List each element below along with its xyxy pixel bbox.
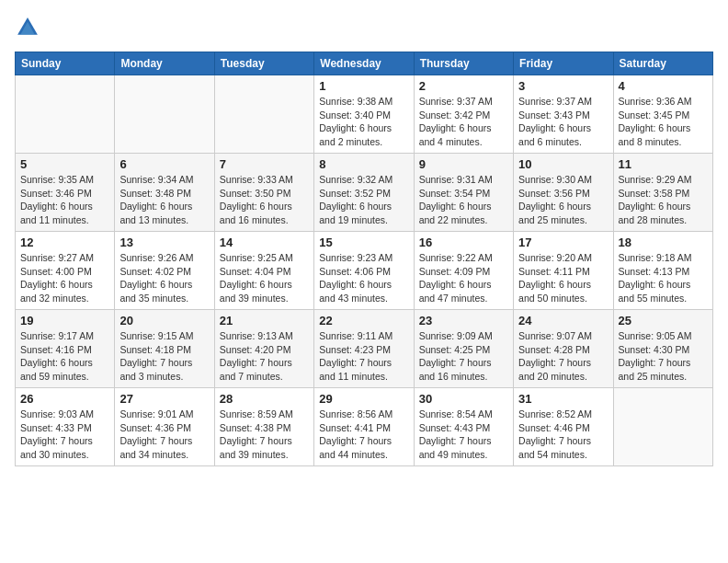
day-info: Sunrise: 9:03 AM Sunset: 4:33 PM Dayligh… (20, 408, 109, 462)
day-number: 5 (20, 157, 109, 171)
weekday-header-wednesday: Wednesday (314, 52, 414, 75)
day-cell: 16Sunrise: 9:22 AM Sunset: 4:09 PM Dayli… (414, 232, 513, 310)
day-number: 31 (518, 392, 608, 406)
day-cell: 15Sunrise: 9:23 AM Sunset: 4:06 PM Dayli… (314, 232, 414, 310)
day-info: Sunrise: 8:56 AM Sunset: 4:41 PM Dayligh… (319, 408, 408, 462)
day-number: 16 (419, 236, 508, 249)
day-info: Sunrise: 8:54 AM Sunset: 4:43 PM Dayligh… (419, 408, 508, 462)
day-cell: 18Sunrise: 9:18 AM Sunset: 4:13 PM Dayli… (613, 232, 712, 310)
day-cell: 26Sunrise: 9:03 AM Sunset: 4:33 PM Dayli… (16, 388, 115, 466)
day-info: Sunrise: 9:17 AM Sunset: 4:16 PM Dayligh… (20, 329, 109, 384)
day-cell: 9Sunrise: 9:31 AM Sunset: 3:54 PM Daylig… (414, 154, 513, 232)
day-cell: 28Sunrise: 8:59 AM Sunset: 4:38 PM Dayli… (214, 388, 313, 466)
day-cell: 31Sunrise: 8:52 AM Sunset: 4:46 PM Dayli… (514, 388, 613, 466)
week-row-4: 19Sunrise: 9:17 AM Sunset: 4:16 PM Dayli… (16, 310, 713, 388)
week-row-1: 1Sunrise: 9:38 AM Sunset: 3:40 PM Daylig… (16, 75, 713, 154)
day-cell: 7Sunrise: 9:33 AM Sunset: 3:50 PM Daylig… (214, 154, 313, 232)
weekday-header-tuesday: Tuesday (214, 52, 313, 75)
day-number: 19 (20, 314, 109, 327)
page-header (15, 15, 713, 40)
day-cell (613, 388, 712, 466)
day-cell: 4Sunrise: 9:36 AM Sunset: 3:45 PM Daylig… (613, 75, 712, 154)
day-cell: 23Sunrise: 9:09 AM Sunset: 4:25 PM Dayli… (414, 310, 513, 388)
day-cell: 11Sunrise: 9:29 AM Sunset: 3:58 PM Dayli… (613, 154, 712, 232)
day-info: Sunrise: 9:26 AM Sunset: 4:02 PM Dayligh… (119, 251, 209, 305)
day-cell: 19Sunrise: 9:17 AM Sunset: 4:16 PM Dayli… (16, 310, 115, 388)
day-number: 6 (119, 157, 209, 171)
week-row-2: 5Sunrise: 9:35 AM Sunset: 3:46 PM Daylig… (16, 154, 713, 232)
day-number: 20 (119, 314, 209, 327)
day-number: 14 (220, 236, 309, 249)
day-cell: 3Sunrise: 9:37 AM Sunset: 3:43 PM Daylig… (514, 75, 613, 154)
day-info: Sunrise: 9:34 AM Sunset: 3:48 PM Dayligh… (119, 173, 209, 227)
day-number: 30 (419, 392, 508, 406)
day-number: 9 (419, 157, 508, 171)
day-info: Sunrise: 9:05 AM Sunset: 4:30 PM Dayligh… (619, 329, 708, 384)
weekday-header-monday: Monday (115, 52, 214, 75)
day-cell: 12Sunrise: 9:27 AM Sunset: 4:00 PM Dayli… (16, 232, 115, 310)
day-number: 25 (619, 314, 708, 327)
day-cell: 5Sunrise: 9:35 AM Sunset: 3:46 PM Daylig… (16, 154, 115, 232)
weekday-header-saturday: Saturday (613, 52, 712, 75)
day-info: Sunrise: 9:11 AM Sunset: 4:23 PM Dayligh… (319, 329, 408, 384)
day-cell: 25Sunrise: 9:05 AM Sunset: 4:30 PM Dayli… (613, 310, 712, 388)
day-cell: 13Sunrise: 9:26 AM Sunset: 4:02 PM Dayli… (115, 232, 214, 310)
day-info: Sunrise: 9:27 AM Sunset: 4:00 PM Dayligh… (20, 251, 109, 305)
day-cell: 30Sunrise: 8:54 AM Sunset: 4:43 PM Dayli… (414, 388, 513, 466)
day-info: Sunrise: 9:01 AM Sunset: 4:36 PM Dayligh… (119, 408, 209, 462)
day-cell (115, 75, 214, 154)
weekday-header-friday: Friday (514, 52, 613, 75)
day-number: 11 (619, 157, 708, 171)
day-info: Sunrise: 9:37 AM Sunset: 3:43 PM Dayligh… (518, 95, 608, 149)
weekday-header-thursday: Thursday (414, 52, 513, 75)
day-cell: 14Sunrise: 9:25 AM Sunset: 4:04 PM Dayli… (214, 232, 313, 310)
day-info: Sunrise: 9:13 AM Sunset: 4:20 PM Dayligh… (220, 329, 309, 384)
logo-icon (15, 15, 40, 40)
day-number: 29 (319, 392, 408, 406)
day-info: Sunrise: 9:33 AM Sunset: 3:50 PM Dayligh… (220, 173, 309, 227)
day-number: 21 (220, 314, 309, 327)
day-number: 10 (518, 157, 608, 171)
day-number: 24 (518, 314, 608, 327)
day-cell: 2Sunrise: 9:37 AM Sunset: 3:42 PM Daylig… (414, 75, 513, 154)
day-cell: 17Sunrise: 9:20 AM Sunset: 4:11 PM Dayli… (514, 232, 613, 310)
day-number: 1 (319, 79, 408, 93)
day-cell: 6Sunrise: 9:34 AM Sunset: 3:48 PM Daylig… (115, 154, 214, 232)
week-row-5: 26Sunrise: 9:03 AM Sunset: 4:33 PM Dayli… (16, 388, 713, 466)
day-info: Sunrise: 9:07 AM Sunset: 4:28 PM Dayligh… (518, 329, 608, 384)
day-number: 2 (419, 79, 508, 93)
day-number: 22 (319, 314, 408, 327)
day-number: 8 (319, 157, 408, 171)
calendar-table: SundayMondayTuesdayWednesdayThursdayFrid… (15, 52, 713, 466)
weekday-header-sunday: Sunday (16, 52, 115, 75)
day-info: Sunrise: 9:32 AM Sunset: 3:52 PM Dayligh… (319, 173, 408, 227)
day-cell: 29Sunrise: 8:56 AM Sunset: 4:41 PM Dayli… (314, 388, 414, 466)
day-cell: 27Sunrise: 9:01 AM Sunset: 4:36 PM Dayli… (115, 388, 214, 466)
day-number: 7 (220, 157, 309, 171)
day-cell: 10Sunrise: 9:30 AM Sunset: 3:56 PM Dayli… (514, 154, 613, 232)
day-info: Sunrise: 9:15 AM Sunset: 4:18 PM Dayligh… (119, 329, 209, 384)
day-info: Sunrise: 9:23 AM Sunset: 4:06 PM Dayligh… (319, 251, 408, 305)
day-cell: 20Sunrise: 9:15 AM Sunset: 4:18 PM Dayli… (115, 310, 214, 388)
day-number: 28 (220, 392, 309, 406)
day-number: 15 (319, 236, 408, 249)
logo (15, 15, 44, 40)
day-info: Sunrise: 8:59 AM Sunset: 4:38 PM Dayligh… (220, 408, 309, 462)
day-cell: 21Sunrise: 9:13 AM Sunset: 4:20 PM Dayli… (214, 310, 313, 388)
day-cell: 8Sunrise: 9:32 AM Sunset: 3:52 PM Daylig… (314, 154, 414, 232)
day-info: Sunrise: 9:18 AM Sunset: 4:13 PM Dayligh… (619, 251, 708, 305)
day-number: 26 (20, 392, 109, 406)
day-info: Sunrise: 9:22 AM Sunset: 4:09 PM Dayligh… (419, 251, 508, 305)
day-info: Sunrise: 9:25 AM Sunset: 4:04 PM Dayligh… (220, 251, 309, 305)
day-number: 17 (518, 236, 608, 249)
day-cell: 22Sunrise: 9:11 AM Sunset: 4:23 PM Dayli… (314, 310, 414, 388)
day-info: Sunrise: 9:35 AM Sunset: 3:46 PM Dayligh… (20, 173, 109, 227)
day-cell: 1Sunrise: 9:38 AM Sunset: 3:40 PM Daylig… (314, 75, 414, 154)
weekday-header-row: SundayMondayTuesdayWednesdayThursdayFrid… (16, 52, 713, 75)
day-cell (16, 75, 115, 154)
day-info: Sunrise: 9:30 AM Sunset: 3:56 PM Dayligh… (518, 173, 608, 227)
day-info: Sunrise: 9:09 AM Sunset: 4:25 PM Dayligh… (419, 329, 508, 384)
day-info: Sunrise: 9:38 AM Sunset: 3:40 PM Dayligh… (319, 95, 408, 149)
day-info: Sunrise: 9:29 AM Sunset: 3:58 PM Dayligh… (619, 173, 708, 227)
day-number: 23 (419, 314, 508, 327)
